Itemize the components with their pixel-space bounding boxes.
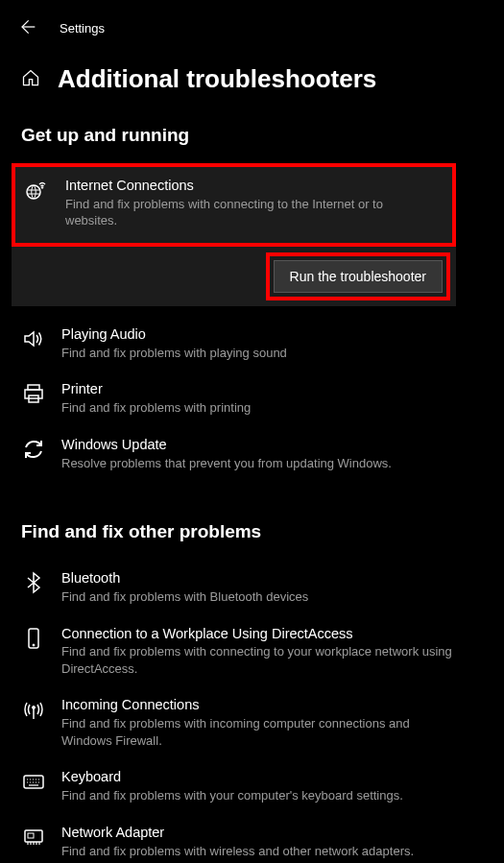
svg-point-2 (41, 187, 43, 189)
antenna-icon (21, 696, 46, 721)
item-text: Keyboard Find and fix problems with your… (61, 768, 494, 803)
item-text: Internet Connections Find and fix proble… (65, 177, 443, 229)
bluetooth-icon (21, 569, 46, 594)
run-row: Run the troubleshooter (12, 247, 456, 306)
troubleshooter-item-network[interactable]: Network Adapter Find and fix problems wi… (0, 814, 504, 863)
page-title: Additional troubleshooters (58, 64, 376, 94)
item-desc: Find and fix problems with your computer… (61, 787, 456, 804)
item-title: Network Adapter (61, 824, 456, 842)
item-text: Incoming Connections Find and fix proble… (61, 696, 494, 749)
keyboard-icon (21, 768, 46, 793)
item-title: Windows Update (61, 436, 456, 454)
item-desc: Find and fix problems with wireless and … (61, 843, 456, 860)
item-text: Playing Audio Find and fix problems with… (61, 325, 494, 361)
item-text: Connection to a Workplace Using DirectAc… (61, 625, 494, 678)
item-title: Bluetooth (61, 569, 456, 587)
svg-point-1 (27, 185, 40, 199)
item-desc: Find and fix problems with connecting to… (65, 196, 404, 229)
troubleshooter-item-incoming[interactable]: Incoming Connections Find and fix proble… (0, 686, 504, 758)
back-arrow-icon[interactable] (17, 17, 36, 39)
troubleshooter-item-internet[interactable]: Internet Connections Find and fix proble… (12, 163, 456, 247)
item-desc: Find and fix problems with connecting to… (61, 643, 456, 677)
phone-icon (21, 625, 46, 650)
item-title: Playing Audio (61, 325, 456, 344)
section-title-running: Get up and running (0, 115, 504, 163)
sync-icon (21, 436, 46, 461)
item-text: Windows Update Resolve problems that pre… (61, 436, 494, 471)
svg-rect-28 (28, 833, 34, 838)
item-desc: Find and fix problems with incoming comp… (61, 715, 456, 749)
item-title: Keyboard (61, 768, 456, 786)
home-icon[interactable] (21, 68, 40, 90)
item-text: Network Adapter Find and fix problems wi… (61, 824, 494, 859)
item-desc: Resolve problems that prevent you from u… (61, 455, 456, 472)
network-adapter-icon (21, 824, 46, 849)
troubleshooter-item-audio[interactable]: Playing Audio Find and fix problems with… (0, 316, 504, 371)
svg-point-7 (33, 644, 35, 646)
item-title: Connection to a Workplace Using DirectAc… (61, 625, 456, 643)
troubleshooter-item-printer[interactable]: Printer Find and fix problems with print… (0, 371, 504, 425)
section-title-other: Find and fix other problems (0, 512, 504, 560)
item-title: Internet Connections (65, 177, 404, 195)
globe-wifi-icon (25, 177, 50, 202)
run-button-highlight: Run the troubleshooter (266, 252, 450, 300)
app-title: Settings (60, 21, 105, 36)
header: Settings (0, 0, 504, 49)
troubleshooter-item-selected: Internet Connections Find and fix proble… (12, 163, 456, 306)
item-title: Printer (61, 380, 456, 398)
troubleshooter-item-directaccess[interactable]: Connection to a Workplace Using DirectAc… (0, 615, 504, 687)
run-troubleshooter-button[interactable]: Run the troubleshooter (274, 260, 443, 293)
item-desc: Find and fix problems with printing (61, 399, 456, 417)
item-desc: Find and fix problems with Bluetooth dev… (61, 588, 456, 606)
item-text: Bluetooth Find and fix problems with Blu… (61, 569, 494, 605)
item-text: Printer Find and fix problems with print… (61, 380, 494, 416)
item-title: Incoming Connections (61, 696, 456, 714)
printer-icon (21, 380, 46, 405)
page-title-row: Additional troubleshooters (0, 49, 504, 115)
speaker-icon (21, 325, 46, 350)
troubleshooter-item-keyboard[interactable]: Keyboard Find and fix problems with your… (0, 758, 504, 813)
svg-rect-4 (25, 390, 42, 398)
section-gap (0, 481, 504, 512)
item-desc: Find and fix problems with playing sound (61, 345, 456, 362)
troubleshooter-item-update[interactable]: Windows Update Resolve problems that pre… (0, 426, 504, 481)
troubleshooter-item-bluetooth[interactable]: Bluetooth Find and fix problems with Blu… (0, 560, 504, 614)
